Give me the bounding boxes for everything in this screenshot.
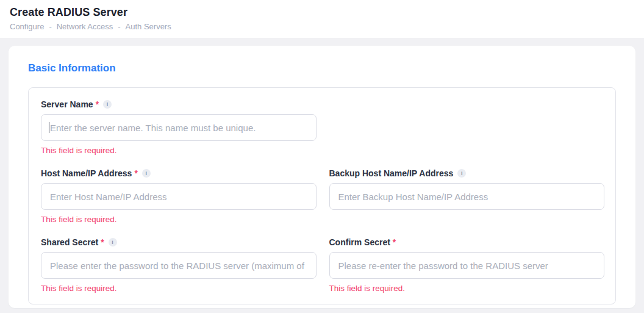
basic-information-card: Basic Information Server Name * i This f… xyxy=(9,46,635,308)
field-shared-secret: Shared Secret * i This field is required… xyxy=(41,237,317,293)
field-label-row: Backup Host Name/IP Address i xyxy=(329,168,605,178)
confirm-secret-error: This field is required. xyxy=(329,284,605,293)
confirm-secret-input-wrap xyxy=(329,252,605,279)
host-name-error: This field is required. xyxy=(41,215,317,224)
breadcrumb-item-configure[interactable]: Configure xyxy=(10,22,44,31)
field-label-row: Server Name * i xyxy=(41,99,317,109)
host-name-input-wrap xyxy=(41,183,317,210)
text-cursor xyxy=(49,122,49,133)
server-name-error: This field is required. xyxy=(41,146,317,155)
breadcrumb-item-network-access[interactable]: Network Access xyxy=(57,22,113,31)
required-asterisk: * xyxy=(96,99,99,109)
backup-host-name-label: Backup Host Name/IP Address xyxy=(329,168,454,178)
server-name-input-wrap xyxy=(41,114,317,141)
field-host-name: Host Name/IP Address * i This field is r… xyxy=(41,168,317,225)
required-asterisk: * xyxy=(393,237,396,247)
shared-secret-input-wrap xyxy=(41,252,317,279)
confirm-secret-input[interactable] xyxy=(329,252,605,279)
page-title: Create RADIUS Server xyxy=(10,6,634,19)
breadcrumb: Configure - Network Access - Auth Server… xyxy=(10,22,634,31)
basic-information-fieldset: Server Name * i This field is required. … xyxy=(28,87,616,304)
backup-host-name-input-wrap xyxy=(329,183,605,210)
backup-host-name-input[interactable] xyxy=(329,183,605,210)
host-name-label: Host Name/IP Address xyxy=(41,168,132,178)
shared-secret-input[interactable] xyxy=(41,252,317,279)
field-label-row: Host Name/IP Address * i xyxy=(41,168,317,178)
confirm-secret-label: Confirm Secret xyxy=(329,237,390,247)
field-label-row: Shared Secret * i xyxy=(41,237,317,247)
host-name-input[interactable] xyxy=(41,183,317,210)
info-icon[interactable]: i xyxy=(103,100,112,109)
shared-secret-label: Shared Secret xyxy=(41,237,98,247)
form-grid: Server Name * i This field is required. … xyxy=(41,99,604,293)
server-name-label: Server Name xyxy=(41,99,93,109)
shared-secret-error: This field is required. xyxy=(41,284,317,293)
breadcrumb-separator: - xyxy=(118,22,120,31)
field-confirm-secret: Confirm Secret * This field is required. xyxy=(329,237,605,293)
info-icon[interactable]: i xyxy=(142,169,151,178)
empty-cell xyxy=(329,99,605,156)
field-label-row: Confirm Secret * xyxy=(329,237,605,247)
breadcrumb-item-auth-servers[interactable]: Auth Servers xyxy=(126,22,171,31)
page-header: Create RADIUS Server Configure - Network… xyxy=(0,0,644,38)
breadcrumb-separator: - xyxy=(49,22,51,31)
required-asterisk: * xyxy=(134,168,137,178)
section-heading: Basic Information xyxy=(28,62,616,75)
field-backup-host-name: Backup Host Name/IP Address i xyxy=(329,168,605,225)
info-icon[interactable]: i xyxy=(109,238,117,246)
required-asterisk: * xyxy=(101,237,104,247)
server-name-input[interactable] xyxy=(41,114,317,141)
page-body: Basic Information Server Name * i This f… xyxy=(0,38,644,313)
info-icon[interactable]: i xyxy=(457,169,466,178)
field-server-name: Server Name * i This field is required. xyxy=(41,99,317,156)
